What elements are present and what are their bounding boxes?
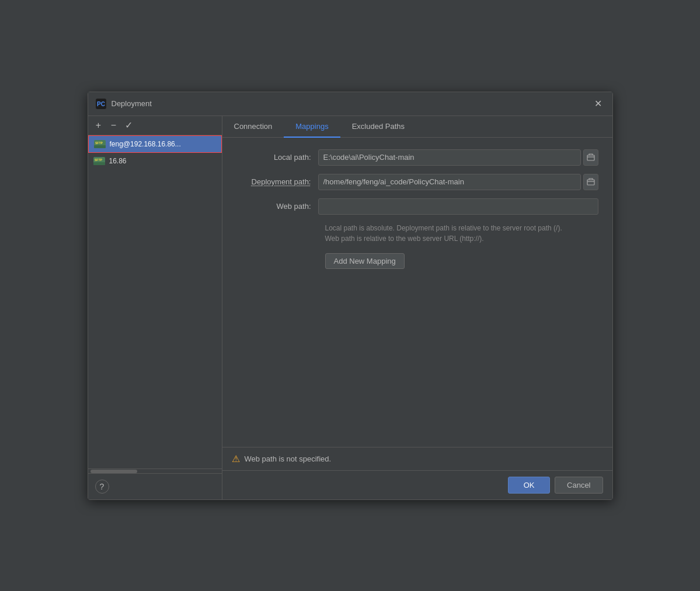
app-icon: PC xyxy=(95,98,107,110)
tab-excluded-paths[interactable]: Excluded Paths xyxy=(340,116,416,138)
dialog-title: Deployment xyxy=(112,99,587,108)
local-path-input[interactable] xyxy=(318,149,581,166)
svg-text:SFTP: SFTP xyxy=(95,141,103,145)
local-path-browse-button[interactable] xyxy=(583,149,598,166)
web-path-label: Web path: xyxy=(236,202,318,211)
sidebar-item-0[interactable]: SFTP feng@192.168.16.86... xyxy=(88,135,222,153)
svg-text:SFTP: SFTP xyxy=(95,158,102,162)
hint-text: Local path is absolute. Deployment path … xyxy=(325,223,598,244)
ok-button[interactable]: OK xyxy=(508,477,550,494)
cancel-button[interactable]: Cancel xyxy=(555,477,603,494)
add-server-button[interactable]: + xyxy=(92,118,106,132)
svg-rect-4 xyxy=(94,145,106,148)
add-new-mapping-button[interactable]: Add New Mapping xyxy=(325,253,405,269)
deployment-path-label: Deployment path: xyxy=(236,177,318,186)
tab-connection[interactable]: Connection xyxy=(222,116,284,138)
svg-rect-7 xyxy=(93,162,105,165)
sidebar-item-label-0: feng@192.168.16.86... xyxy=(110,140,181,148)
help-button[interactable]: ? xyxy=(95,480,109,494)
web-path-input[interactable] xyxy=(318,198,598,215)
svg-text:PC: PC xyxy=(97,101,105,107)
close-button[interactable]: ✕ xyxy=(591,97,605,111)
warning-icon: ⚠ xyxy=(232,453,240,464)
warning-message: Web path is not specified. xyxy=(245,454,332,463)
tab-mappings[interactable]: Mappings xyxy=(284,116,340,138)
deployment-path-input[interactable] xyxy=(318,174,581,190)
remove-server-button[interactable]: − xyxy=(107,118,121,132)
sftp-icon-1: SFTP xyxy=(93,156,106,166)
sftp-icon-0: SFTP xyxy=(93,139,106,149)
sidebar-item-1[interactable]: SFTP 16.86 xyxy=(88,153,222,169)
confirm-button[interactable]: ✓ xyxy=(122,118,136,132)
sidebar-item-label-1: 16.86 xyxy=(109,157,127,165)
svg-rect-9 xyxy=(587,180,594,185)
svg-rect-8 xyxy=(587,155,594,160)
deployment-path-browse-button[interactable] xyxy=(583,174,598,190)
local-path-label: Local path: xyxy=(236,153,318,162)
